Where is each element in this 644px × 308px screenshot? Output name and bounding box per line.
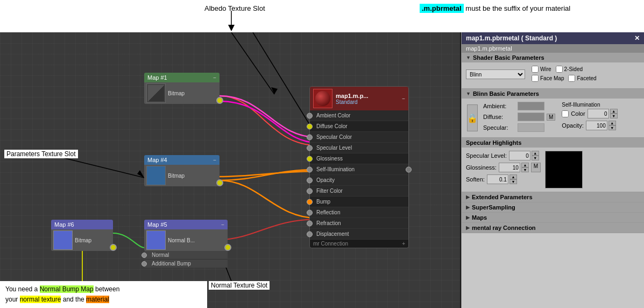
node-map1[interactable]: Map #1 − Bitmap — [144, 73, 220, 104]
material-node[interactable]: map1.m.p... Standard − Ambient Color Dif… — [309, 86, 409, 248]
node-map4-output[interactable] — [216, 179, 223, 186]
self-illum-spin-up[interactable]: ▲ — [610, 109, 618, 114]
node-map4-close[interactable]: − — [213, 157, 216, 163]
blinn-basic-content: 🔒 Ambient: Diffuse: M Specul — [462, 99, 644, 137]
node-map1-output[interactable] — [216, 97, 223, 104]
node-map5-addbump-connector[interactable] — [141, 261, 147, 267]
slot-specular-level: Specular Level — [310, 143, 408, 153]
node-map6-title: Map #6 — [54, 221, 74, 228]
ambient-swatch[interactable] — [518, 102, 544, 110]
opacity-spin-btns: ▲ ▼ — [608, 121, 616, 130]
soften-down[interactable]: ▼ — [509, 179, 517, 184]
spec-level-up[interactable]: ▲ — [532, 151, 539, 156]
panel-blinn-basic: ▼ Blinn Basic Parameters 🔒 Ambient: — [462, 89, 644, 138]
faceted-checkbox[interactable] — [568, 75, 575, 82]
blinn-basic-header[interactable]: ▼ Blinn Basic Parameters — [462, 89, 644, 99]
node-map6-output[interactable] — [110, 244, 117, 251]
lock-area: 🔒 — [466, 102, 479, 134]
facemap-faceted-row: Face Map Faceted — [532, 75, 597, 82]
material-node-close[interactable]: − — [402, 96, 405, 102]
node-map1-header: Map #1 − — [144, 73, 220, 82]
node-map5-addbump-label: Additional Bump — [152, 261, 191, 267]
node-map5-thumb — [146, 230, 166, 250]
glossiness-m-btn[interactable]: M — [531, 163, 541, 172]
slot-specular-level-dot[interactable] — [307, 145, 313, 151]
slot-specular-color-dot[interactable] — [307, 134, 313, 140]
face-map-checkbox-item: Face Map — [532, 75, 564, 82]
soften-value[interactable] — [487, 174, 508, 184]
node-map5-close[interactable]: − — [221, 222, 224, 228]
node-map6[interactable]: Map #6 Bitmap — [51, 220, 113, 251]
slot-bump-dot[interactable] — [307, 199, 313, 205]
soften-up[interactable]: ▲ — [509, 174, 517, 179]
slot-self-illum-right-dot[interactable] — [406, 166, 412, 172]
wire-checkbox-item: Wire — [532, 66, 551, 73]
mental-ray-label: mental ray Connection — [472, 225, 536, 231]
specular-swatch[interactable] — [518, 123, 544, 132]
two-sided-checkbox[interactable] — [556, 66, 563, 73]
node-map5[interactable]: Map #5 − Normal B... Normal Additional B… — [144, 220, 228, 268]
shader-basic-header[interactable]: ▼ Shader Basic Parameters — [462, 53, 644, 62]
panel-close-btn[interactable]: ✕ — [634, 34, 640, 42]
glossiness-down[interactable]: ▼ — [521, 167, 529, 172]
node-map1-subtitle: Bitmap — [168, 90, 185, 96]
maps-header[interactable]: ▶ Maps — [462, 213, 644, 222]
panel-extended-params: ▶ Extended Parameters — [462, 192, 644, 202]
opacity-spin-up[interactable]: ▲ — [608, 121, 616, 125]
opacity-value[interactable] — [586, 121, 607, 130]
extended-params-header[interactable]: ▶ Extended Parameters — [462, 192, 644, 202]
maps-arrow: ▶ — [466, 215, 470, 220]
diffuse-swatch[interactable] — [518, 113, 544, 121]
node-map6-subtitle: Bitmap — [75, 237, 91, 243]
slot-glossiness-dot[interactable] — [307, 156, 313, 162]
specular-label: Specular: — [483, 124, 515, 131]
material-node-title: map1.m.p... — [336, 93, 369, 99]
node-map6-thumb — [53, 230, 73, 250]
supersampling-header[interactable]: ▶ SuperSampling — [462, 202, 644, 212]
shader-type-select[interactable]: Blinn — [466, 69, 525, 79]
node-map1-title: Map #1 — [147, 74, 167, 81]
glossiness-spin-btns: ▲ ▼ — [521, 163, 529, 172]
spec-level-spinner: ▲ ▼ — [509, 151, 539, 160]
node-map1-close[interactable]: − — [213, 75, 216, 81]
diffuse-m-btn[interactable]: M — [547, 114, 555, 121]
soften-row: Soften: ▲ ▼ — [466, 174, 541, 184]
node-map5-normal-row: Normal — [144, 251, 228, 260]
slot-filter-dot[interactable] — [307, 188, 313, 194]
extended-params-arrow: ▶ — [466, 194, 470, 200]
slot-ambient-dot[interactable] — [307, 113, 313, 118]
node-map5-header: Map #5 − — [144, 220, 228, 229]
self-illum-value[interactable] — [588, 109, 609, 118]
slot-refraction-dot[interactable] — [307, 220, 313, 226]
opacity-label: Opacity: — [562, 122, 583, 129]
pbrmetal-annotation: .m.pbrmetal must be the suffix of your m… — [420, 4, 570, 12]
node-map5-normal-label: Normal — [152, 252, 169, 258]
wire-checkbox[interactable] — [532, 66, 539, 73]
slot-diffuse-color: Diffuse Color — [310, 121, 408, 132]
slot-reflection-dot[interactable] — [307, 209, 313, 215]
spec-level-value[interactable] — [509, 151, 530, 160]
ambient-row: Ambient: — [483, 102, 555, 110]
face-map-checkbox[interactable] — [532, 75, 539, 82]
glossiness-value[interactable] — [499, 163, 520, 172]
slot-diffuse-dot[interactable] — [307, 123, 313, 129]
wire-label: Wire — [540, 66, 551, 72]
self-illum-color-check[interactable] — [562, 110, 569, 117]
bottom-annotation: You need a Normal Bump Map betweenyour n… — [0, 281, 207, 308]
opacity-spin-down[interactable]: ▼ — [608, 125, 616, 130]
slot-displacement-dot[interactable] — [307, 231, 313, 237]
node-map5-normal-connector[interactable] — [141, 253, 147, 258]
self-illum-spin-down[interactable]: ▼ — [610, 114, 618, 118]
slot-opacity-dot[interactable] — [307, 177, 313, 183]
mental-ray-header[interactable]: ▶ mental ray Connection — [462, 223, 644, 233]
spec-level-down[interactable]: ▼ — [532, 156, 539, 160]
node-map4[interactable]: Map #4 − Bitmap — [144, 155, 220, 186]
mr-connection-add-btn[interactable]: + — [402, 241, 405, 247]
glossiness-up[interactable]: ▲ — [521, 163, 529, 167]
slot-self-illum-dot[interactable] — [307, 166, 313, 172]
node-map5-output[interactable] — [224, 244, 231, 251]
specular-row: Specular: — [483, 123, 555, 132]
shader-basic-content: Blinn Wire 2-Sided — [462, 62, 644, 88]
two-sided-checkbox-item: 2-Sided — [556, 66, 583, 73]
self-illum-spin-btns: ▲ ▼ — [610, 109, 618, 118]
